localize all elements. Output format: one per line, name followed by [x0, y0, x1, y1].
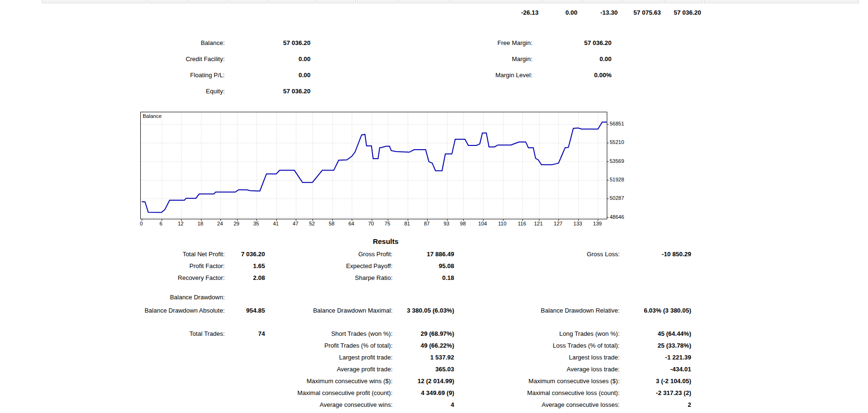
summary-label: Floating P/L: [190, 72, 225, 79]
stat-value: 365.03 [435, 366, 454, 373]
stat-value: 12 (2 014.99) [418, 377, 454, 385]
table-header-cell [542, 0, 582, 3]
stat-value: 25 (33.78%) [658, 342, 691, 350]
results-title: Results [41, 237, 730, 245]
x-tick-label: 121 [529, 221, 548, 227]
totals-equity: 57 075.63 [633, 9, 661, 17]
stat-label: Loss Trades (% of total): [553, 342, 620, 350]
y-tick-label: 50287 [610, 195, 624, 201]
x-tick-label: 133 [568, 221, 587, 227]
x-tick-label: 18 [191, 221, 210, 227]
table-header-cell [189, 0, 228, 3]
stat-label: Gross Loss: [587, 251, 620, 258]
stat-value: 2.08 [253, 274, 265, 282]
y-tick-label: 55210 [610, 139, 624, 145]
stat-label: Maximum consecutive wins ($): [307, 377, 393, 385]
stat-value: 1.65 [253, 262, 265, 270]
x-tick-label: 139 [588, 221, 607, 227]
table-header-cell [42, 0, 146, 3]
y-tick-label: 56851 [610, 121, 624, 127]
totals-commission: -26.13 [521, 9, 539, 17]
stat-label: Expected Payoff: [346, 262, 393, 270]
totals-balance: 57 036.20 [674, 9, 701, 17]
totals-profit: -13.30 [600, 9, 618, 17]
stat-label: Maximum consecutive losses ($): [529, 377, 620, 385]
stat-label: Largest loss trade: [569, 354, 620, 361]
stat-label: Balance Drawdown: [170, 294, 225, 301]
x-tick-label: 6 [152, 221, 171, 227]
x-tick-label: 52 [302, 221, 321, 227]
x-tick-label: 0 [132, 221, 151, 227]
stat-value: 4 [451, 401, 454, 409]
table-header-cell [317, 0, 356, 3]
stat-label: Total Net Profit: [183, 251, 225, 258]
table-header-cell [269, 0, 316, 3]
stat-value: -434.01 [670, 366, 691, 373]
stat-value: 3 380.05 (6.03%) [407, 307, 454, 314]
stat-label: Short Trades (won %): [331, 330, 393, 338]
stat-label: Average loss trade: [566, 366, 620, 373]
table-header-cell [398, 0, 450, 3]
stat-label: Profit Trades (% of total): [324, 342, 393, 350]
x-tick-label: 81 [398, 221, 417, 227]
table-header-cell [704, 0, 859, 3]
chart-series-label: Balance [143, 113, 162, 119]
stat-value: 29 (68.97%) [420, 330, 454, 338]
totals-swap: 0.00 [566, 9, 577, 17]
balance-chart: Balance [140, 112, 607, 219]
stat-value: 45 (64.44%) [658, 330, 691, 338]
summary-value: 57 036.20 [584, 39, 612, 47]
stat-value: 1 537.92 [430, 354, 454, 361]
x-tick-label: 29 [227, 221, 246, 227]
stat-value: -1 221.39 [665, 354, 691, 361]
summary-label: Equity: [206, 88, 225, 95]
stat-value: 49 (66.22%) [420, 342, 454, 350]
summary-label: Margin Level: [495, 72, 532, 79]
stat-value: -10 850.29 [662, 251, 691, 258]
summary-label: Credit Facility: [186, 55, 225, 63]
summary-label: Free Margin: [497, 39, 532, 47]
stat-value: 7 036.20 [241, 251, 265, 258]
summary-value: 0.00 [299, 55, 311, 63]
table-header-cell [451, 0, 541, 3]
stat-value: 954.85 [246, 307, 265, 314]
stat-label: Sharpe Ratio: [355, 274, 393, 282]
stat-label: Average profit trade: [337, 366, 393, 373]
stat-value: 95.08 [439, 262, 454, 270]
x-tick-label: 75 [378, 221, 397, 227]
summary-value: 57 036.20 [283, 39, 311, 47]
x-tick-label: 98 [453, 221, 472, 227]
stat-label: Balance Drawdown Relative: [541, 307, 620, 314]
balance-chart-plot [141, 112, 607, 219]
summary-value: 0.00 [600, 55, 612, 63]
stat-label: Profit Factor: [190, 262, 225, 270]
stat-value: 0.18 [442, 274, 454, 282]
stat-label: Maximal consecutive loss (count): [527, 389, 620, 397]
stat-label: Maximal consecutive profit (count): [297, 389, 393, 397]
stat-label: Recovery Factor: [178, 274, 225, 282]
x-tick-label: 58 [322, 221, 341, 227]
stat-label: Long Trades (won %): [559, 330, 620, 338]
stat-label: Average consecutive wins: [320, 401, 393, 409]
table-header-cell [147, 0, 188, 3]
summary-value: 57 036.20 [283, 88, 311, 95]
table-header-cell [357, 0, 397, 3]
table-header-cell [229, 0, 268, 3]
x-tick-label: 41 [266, 221, 285, 227]
x-tick-label: 104 [473, 221, 492, 227]
table-header-cell [583, 0, 621, 3]
x-tick-label: 35 [247, 221, 265, 227]
stat-label: Total Trades: [190, 330, 225, 338]
backtest-report-page: -26.13 0.00 -13.30 57 075.63 57 036.20 B… [0, 0, 868, 413]
summary-label: Balance: [201, 39, 225, 47]
x-tick-label: 12 [171, 221, 190, 227]
stat-value: 4 349.69 (9) [421, 389, 454, 397]
x-tick-label: 64 [342, 221, 361, 227]
stat-value: 2 [688, 401, 691, 409]
stat-label: Gross Profit: [358, 251, 393, 258]
stat-label: Balance Drawdown Absolute: [145, 307, 225, 314]
table-header-cell [664, 0, 703, 3]
x-tick-label: 127 [548, 221, 567, 227]
stat-label: Balance Drawdown Maximal: [313, 307, 393, 314]
y-tick-label: 51928 [610, 177, 624, 183]
